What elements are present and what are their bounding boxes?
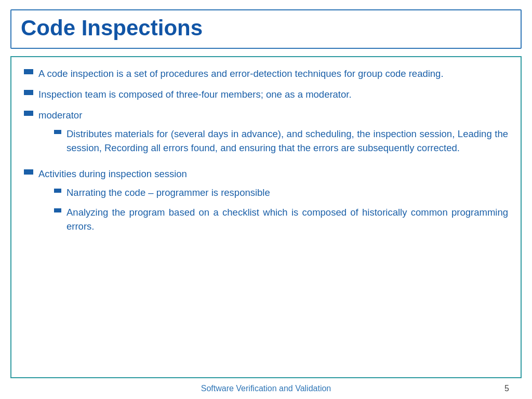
sub-bullet-text-2: Narrating the code – programmer is respo… bbox=[66, 185, 508, 200]
bullet-item-1: A code inspection is a set of procedures… bbox=[24, 66, 508, 81]
sub-bullet-text-3: Analyzing the program based on a checkli… bbox=[66, 205, 508, 234]
footer-page-number: 5 bbox=[504, 384, 509, 393]
sub-bullet-list-1: Distributes materials for (several days … bbox=[38, 127, 508, 156]
bullet-marker-3 bbox=[24, 111, 33, 116]
content-section: A code inspection is a set of procedures… bbox=[10, 56, 522, 378]
bullet-text-1: A code inspection is a set of procedures… bbox=[38, 66, 508, 81]
sub-bullet-marker-3 bbox=[54, 208, 61, 212]
sub-bullet-marker-2 bbox=[54, 189, 61, 193]
sub-bullet-list-2: Narrating the code – programmer is respo… bbox=[38, 185, 508, 234]
main-bullet-list: A code inspection is a set of procedures… bbox=[24, 66, 508, 239]
bullet-marker-4 bbox=[24, 169, 33, 175]
title-section: Code Inspections bbox=[10, 9, 522, 49]
slide-container: Code Inspections A code inspection is a … bbox=[0, 0, 532, 399]
footer: Software Verification and Validation 5 bbox=[10, 378, 522, 399]
bullet-text-3: moderator Distributes materials for (sev… bbox=[38, 108, 508, 161]
sub-bullet-marker-1 bbox=[54, 130, 61, 134]
bullet-item-3: moderator Distributes materials for (sev… bbox=[24, 108, 508, 161]
sub-bullet-item-1: Distributes materials for (several days … bbox=[38, 127, 508, 156]
sub-bullet-text-1: Distributes materials for (several days … bbox=[66, 127, 508, 156]
bullet-text-4: Activities during inspection session Nar… bbox=[38, 167, 508, 239]
bullet-marker-2 bbox=[24, 90, 33, 95]
bullet-item-2: Inspection team is composed of three-fou… bbox=[24, 87, 508, 102]
slide-title: Code Inspections bbox=[21, 16, 511, 41]
bullet-item-4: Activities during inspection session Nar… bbox=[24, 167, 508, 239]
bullet-marker-1 bbox=[24, 69, 33, 74]
bullet-text-2: Inspection team is composed of three-fou… bbox=[38, 87, 508, 102]
sub-bullet-item-3: Analyzing the program based on a checkli… bbox=[38, 205, 508, 234]
footer-title: Software Verification and Validation bbox=[201, 384, 331, 393]
sub-bullet-item-2: Narrating the code – programmer is respo… bbox=[38, 185, 508, 200]
